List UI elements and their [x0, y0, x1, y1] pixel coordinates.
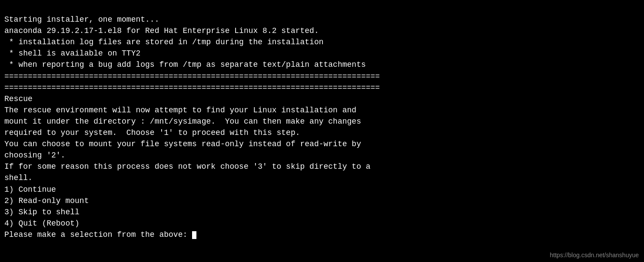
terminal-line: * when reporting a bug add logs from /tm…	[4, 59, 640, 70]
terminal-line: 3) Skip to shell	[4, 206, 640, 218]
terminal-line: Please make a selection from the above:	[4, 229, 640, 240]
cursor[interactable]	[192, 231, 196, 239]
terminal-line: ========================================…	[4, 82, 640, 93]
watermark: https://blog.csdn.net/shanshuyue	[550, 252, 639, 259]
terminal-line: mount it under the directory : /mnt/sysi…	[4, 116, 640, 127]
terminal-line: * installation log files are stored in /…	[4, 36, 640, 48]
terminal-line: 4) Quit (Reboot)	[4, 218, 640, 229]
terminal-line: 1) Continue	[4, 184, 640, 195]
terminal-line: You can choose to mount your file system…	[4, 138, 640, 150]
terminal-line: * shell is available on TTY2	[4, 48, 640, 59]
terminal-line: Starting installer, one moment...	[4, 14, 640, 25]
terminal-line: required to your system. Choose '1' to p…	[4, 127, 640, 138]
terminal-line: shell.	[4, 172, 640, 183]
terminal-line: anaconda 29.19.2.17-1.el8 for Red Hat En…	[4, 25, 640, 36]
terminal-line: 2) Read-only mount	[4, 195, 640, 206]
terminal-line: ========================================…	[4, 71, 640, 82]
terminal-line: choosing '2'.	[4, 150, 640, 161]
terminal-line: The rescue environment will now attempt …	[4, 105, 640, 116]
terminal-line: Rescue	[4, 93, 640, 105]
terminal-window: Starting installer, one moment...anacond…	[0, 0, 644, 262]
terminal-line: If for some reason this process does not…	[4, 161, 640, 172]
